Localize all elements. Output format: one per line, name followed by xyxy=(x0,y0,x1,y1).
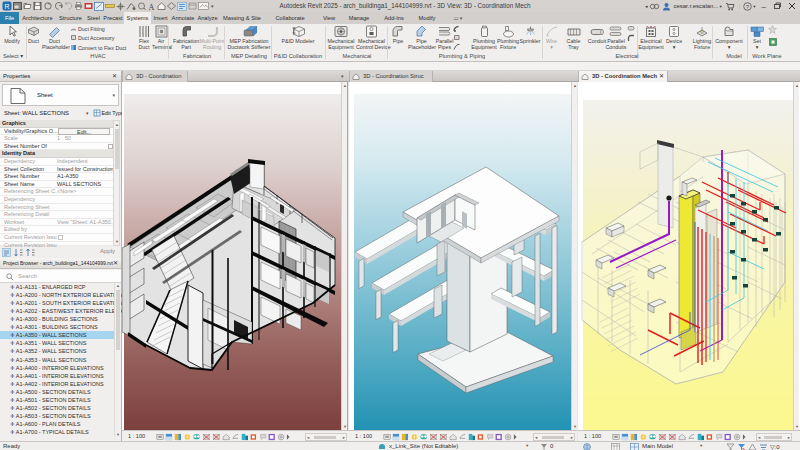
svg-text:?: ? xyxy=(746,3,750,9)
svg-text:R: R xyxy=(4,3,9,10)
svg-text:A: A xyxy=(149,2,155,11)
